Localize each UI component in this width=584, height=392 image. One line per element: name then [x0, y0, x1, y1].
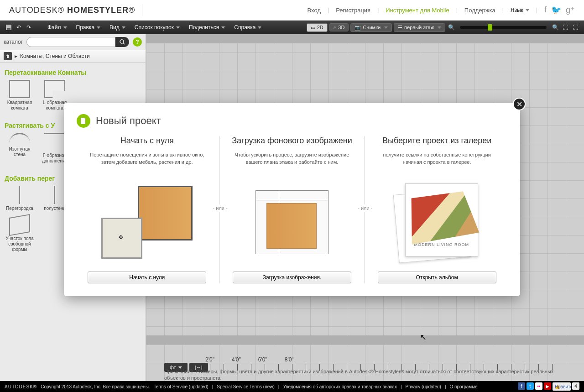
col1-desc: Перетащите помещения и зоны в активное о…	[81, 151, 213, 173]
modal-col-gallery: Выберите проект из галереи получите ссыл…	[366, 136, 507, 283]
upload-image-button[interactable]: Загрузка изображения.	[233, 272, 351, 283]
modal-header: Новый проект	[77, 114, 507, 128]
new-project-modal: ✕ Новый проект Начать с нуля Перетащите …	[64, 103, 520, 296]
open-album-button[interactable]: Открыть альбом	[378, 272, 496, 283]
modal-title: Новый проект	[96, 115, 161, 127]
modal-columns: Начать с нуля Перетащите помещения и зон…	[77, 136, 507, 283]
modal-col-upload: Загрузка фонового изображени Чтобы ускор…	[222, 136, 363, 283]
col3-desc: получите ссылки на собственные конструкц…	[371, 151, 503, 173]
col2-title: Загрузка фонового изображени	[232, 136, 352, 146]
col3-title: Выберите проект из галереи	[382, 136, 491, 146]
close-icon[interactable]: ✕	[513, 98, 526, 110]
modal-col-scratch: Начать с нуля Перетащите помещения и зон…	[77, 136, 218, 283]
col2-illustration	[256, 181, 328, 263]
col3-illustration: MODERN LIVING ROOM	[396, 181, 478, 263]
new-project-icon	[77, 114, 90, 128]
gallery-caption: MODERN LIVING ROOM	[414, 242, 469, 247]
col1-illustration: ✥	[101, 181, 193, 263]
col2-desc: Чтобы ускорить процесс, загрузите изобра…	[226, 151, 358, 173]
col1-title: Начать с нуля	[120, 136, 174, 146]
modal-overlay: ✕ Новый проект Начать с нуля Перетащите …	[0, 0, 584, 392]
start-scratch-button[interactable]: Начать с нуля	[88, 272, 206, 283]
